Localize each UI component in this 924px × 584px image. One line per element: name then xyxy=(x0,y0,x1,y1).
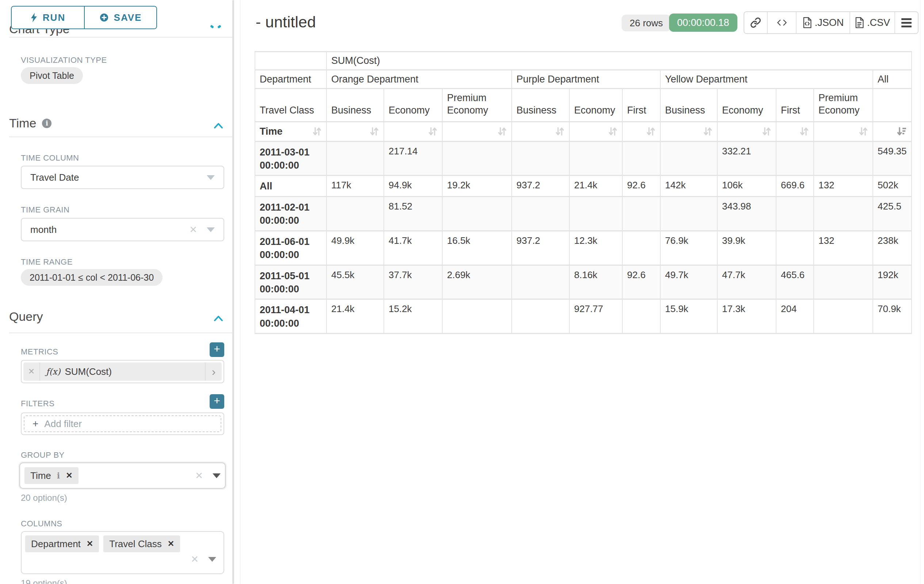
column-sort-header[interactable] xyxy=(814,122,873,141)
info-icon[interactable]: i xyxy=(57,471,60,480)
column-sort-header[interactable] xyxy=(384,122,442,141)
more-options-button[interactable] xyxy=(894,12,918,33)
columns-select[interactable]: Department ✕ Travel Class ✕ ✕ xyxy=(21,531,224,574)
visualization-type-pill[interactable]: Pivot Table xyxy=(21,67,83,84)
table-cell: 47.7k xyxy=(717,265,776,299)
panel-scrollbar[interactable] xyxy=(232,0,234,584)
chevron-down-icon[interactable] xyxy=(207,227,215,232)
time-column-label: TIME COLUMN xyxy=(21,153,79,163)
columns-chip[interactable]: Department ✕ xyxy=(25,535,99,552)
info-icon[interactable]: i xyxy=(42,118,51,128)
travel-class-header: Premium Economy xyxy=(814,89,873,122)
table-cell xyxy=(512,196,569,231)
column-sort-header[interactable] xyxy=(717,122,776,141)
chevron-down-icon[interactable] xyxy=(213,474,221,478)
table-cell: 92.6 xyxy=(622,265,660,299)
table-cell xyxy=(512,141,569,176)
chevron-up-icon[interactable] xyxy=(217,25,221,28)
chevron-down-icon[interactable] xyxy=(208,557,216,562)
table-cell: 94.9k xyxy=(384,176,442,196)
save-button[interactable]: SAVE xyxy=(84,7,156,28)
table-cell: 238k xyxy=(873,231,912,265)
remove-chip-icon[interactable]: ✕ xyxy=(66,471,72,480)
group-by-chip[interactable]: Time i ✕ xyxy=(25,467,79,484)
clear-icon[interactable]: ✕ xyxy=(191,554,199,565)
table-cell xyxy=(512,265,569,299)
remove-chip-icon[interactable]: ✕ xyxy=(87,539,93,549)
sort-icon[interactable] xyxy=(646,126,655,137)
table-cell: 49.7k xyxy=(660,265,717,299)
column-sort-header[interactable] xyxy=(512,122,569,141)
time-range-label: TIME RANGE xyxy=(21,257,73,267)
column-sort-header[interactable] xyxy=(569,122,622,141)
column-sort-header-active[interactable] xyxy=(873,122,912,141)
export-csv-button[interactable]: .CSV xyxy=(850,12,894,33)
clear-icon[interactable]: ✕ xyxy=(189,224,197,235)
table-row: 2011-05-01 00:00:0045.5k37.7k2.69k8.16k9… xyxy=(255,265,912,299)
chevron-down-icon[interactable] xyxy=(207,175,215,180)
columns-chip[interactable]: Travel Class ✕ xyxy=(103,535,180,552)
share-link-button[interactable] xyxy=(744,12,767,33)
sort-descending-icon[interactable] xyxy=(897,126,907,137)
table-cell: 669.6 xyxy=(776,176,814,196)
table-cell: 217.14 xyxy=(384,141,442,176)
time-section-title: Time i xyxy=(9,116,51,130)
table-cell xyxy=(776,196,814,231)
clear-icon[interactable]: ✕ xyxy=(195,470,203,482)
sort-icon[interactable] xyxy=(428,126,437,137)
expand-metric-icon[interactable]: › xyxy=(205,362,222,381)
table-cell: 937.2 xyxy=(512,176,569,196)
filters-label: FILTERS xyxy=(21,399,54,408)
table-cell: 192k xyxy=(873,265,912,299)
pivot-table: SUM(Cost) Department Orange Department P… xyxy=(254,51,912,334)
sort-icon[interactable] xyxy=(859,126,868,137)
column-sort-header[interactable] xyxy=(442,122,512,141)
collapse-chevron-icon[interactable] xyxy=(213,122,223,129)
sort-icon[interactable] xyxy=(608,126,617,137)
chart-title[interactable]: - untitled xyxy=(256,13,316,31)
sort-icon[interactable] xyxy=(555,126,564,137)
table-cell: 17.3k xyxy=(717,299,776,334)
filters-control: + Add filter xyxy=(21,413,224,435)
column-sort-header[interactable] xyxy=(327,122,384,141)
sort-icon[interactable] xyxy=(370,126,379,137)
table-cell: 465.6 xyxy=(776,265,814,299)
department-corner-label: Department xyxy=(255,70,327,89)
table-cell xyxy=(622,299,660,334)
column-sort-header[interactable] xyxy=(776,122,814,141)
metrics-control[interactable]: ✕ ƒ(x) SUM(Cost) › xyxy=(21,360,224,383)
time-sort-header[interactable]: Time xyxy=(255,122,327,141)
add-metric-button[interactable]: + xyxy=(210,342,224,357)
time-grain-select[interactable]: month ✕ xyxy=(21,218,224,241)
sort-icon[interactable] xyxy=(762,126,771,137)
sort-icon[interactable] xyxy=(312,126,322,137)
table-cell: 16.5k xyxy=(442,231,512,265)
table-cell: 15.9k xyxy=(660,299,717,334)
remove-metric-icon[interactable]: ✕ xyxy=(23,362,40,381)
add-filter-button[interactable]: + Add filter xyxy=(24,415,221,432)
column-sort-header[interactable] xyxy=(622,122,660,141)
table-cell xyxy=(327,141,384,176)
travel-class-header: First xyxy=(776,89,814,122)
table-cell: 45.5k xyxy=(327,265,384,299)
table-cell xyxy=(814,196,873,231)
run-button[interactable]: RUN xyxy=(12,7,84,28)
time-range-pill[interactable]: 2011-01-01 ≤ col < 2011-06-30 xyxy=(21,269,163,286)
view-query-button[interactable] xyxy=(767,12,796,33)
row-label: All xyxy=(255,176,327,196)
export-json-button[interactable]: .JSON xyxy=(796,12,850,33)
department-header-row: Department Orange Department Purple Depa… xyxy=(255,70,912,89)
sort-icon[interactable] xyxy=(497,126,507,137)
time-column-select[interactable]: Travel Date xyxy=(21,166,224,189)
metric-chip[interactable]: ✕ ƒ(x) SUM(Cost) › xyxy=(23,362,222,381)
collapse-chevron-icon[interactable] xyxy=(213,315,223,322)
group-by-select[interactable]: Time i ✕ ✕ xyxy=(19,462,226,489)
sort-icon[interactable] xyxy=(703,126,713,137)
remove-chip-icon[interactable]: ✕ xyxy=(168,539,174,549)
column-sort-header[interactable] xyxy=(660,122,717,141)
sort-icon[interactable] xyxy=(799,126,809,137)
plus-icon: + xyxy=(33,418,38,429)
chevron-up-icon[interactable] xyxy=(210,25,214,28)
add-filter-plus-button[interactable]: + xyxy=(210,394,224,409)
table-cell xyxy=(814,299,873,334)
